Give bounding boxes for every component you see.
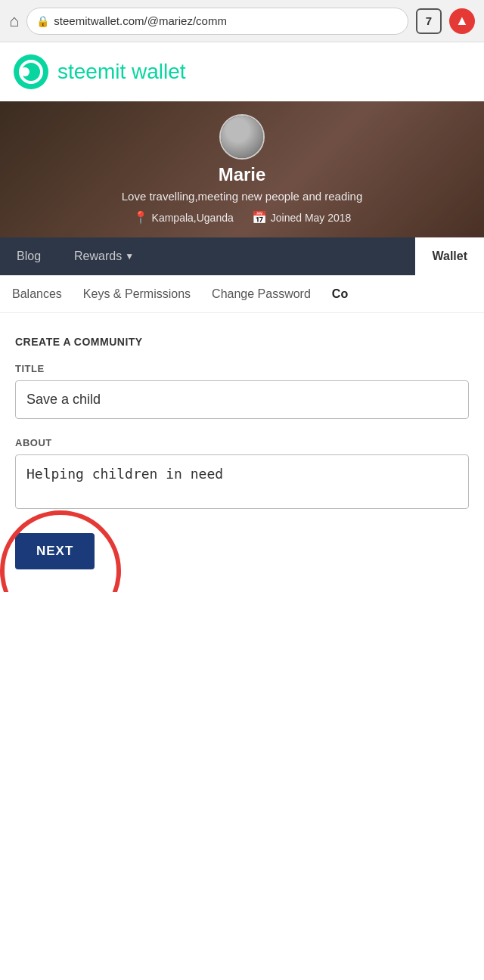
app-header: steemit wallet (0, 42, 484, 101)
about-group: ABOUT Helping children in need (15, 437, 469, 512)
location-icon: 📍 (133, 210, 148, 225)
notification-button[interactable]: ▲ (449, 8, 475, 34)
app-title: steemit wallet (57, 60, 186, 84)
profile-joined: 📅 Joined May 2018 (252, 210, 352, 225)
url-bar[interactable]: 🔒 steemitwallet.com/@mariez/comm (26, 8, 408, 35)
about-input[interactable]: Helping children in need (15, 454, 469, 509)
profile-meta: 📍 Kampala,Uganda 📅 Joined May 2018 (133, 210, 352, 225)
section-title: CREATE A COMMUNITY (15, 336, 469, 348)
svg-point-0 (14, 54, 48, 89)
url-text: steemitwallet.com/@mariez/comm (54, 14, 399, 27)
tab-blog[interactable]: Blog (0, 237, 57, 275)
lock-icon: 🔒 (36, 15, 49, 27)
title-group: TITLE (15, 363, 469, 419)
browser-bar: ⌂ 🔒 steemitwallet.com/@mariez/comm 7 ▲ (0, 0, 484, 42)
tab-wallet[interactable]: Wallet (415, 237, 484, 275)
nav-spacer (150, 237, 415, 275)
next-button-wrapper: NEXT (15, 533, 95, 569)
subnav-change-password[interactable]: Change Password (212, 284, 311, 304)
subnav-keys[interactable]: Keys & Permissions (83, 284, 191, 304)
upload-icon: ▲ (455, 13, 469, 29)
avatar (219, 114, 265, 160)
tab-badge[interactable]: 7 (416, 8, 442, 34)
svg-point-2 (20, 67, 29, 76)
calendar-icon: 📅 (252, 210, 267, 225)
steemit-logo-icon (14, 54, 48, 89)
sub-nav: Balances Keys & Permissions Change Passw… (0, 275, 484, 313)
about-label: ABOUT (15, 437, 469, 448)
subnav-community[interactable]: Co (332, 284, 348, 304)
profile-location: 📍 Kampala,Uganda (133, 210, 234, 225)
title-label: TITLE (15, 363, 469, 374)
profile-name: Marie (219, 164, 266, 185)
profile-banner: Marie Love travelling,meeting new people… (0, 101, 484, 237)
tab-rewards[interactable]: Rewards ▼ (57, 237, 150, 275)
home-icon[interactable]: ⌂ (9, 11, 19, 31)
subnav-balances[interactable]: Balances (12, 284, 62, 304)
rewards-dropdown-icon: ▼ (125, 251, 134, 262)
title-input[interactable] (15, 380, 469, 419)
nav-tabs: Blog Rewards ▼ Wallet (0, 237, 484, 275)
profile-bio: Love travelling,meeting new people and r… (107, 190, 378, 203)
next-button[interactable]: NEXT (15, 533, 95, 569)
main-content: CREATE A COMMUNITY TITLE ABOUT Helping c… (0, 313, 484, 592)
